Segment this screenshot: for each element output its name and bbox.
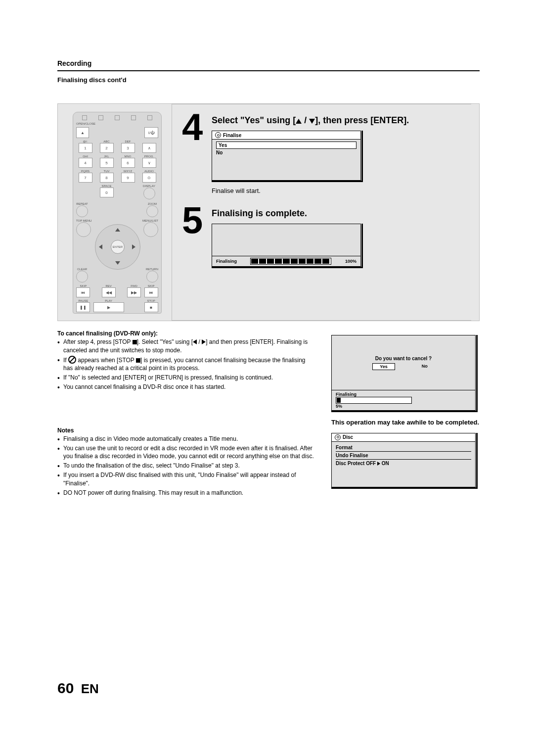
notes-title: Notes [57, 427, 316, 434]
key-3: 3 [121, 143, 135, 153]
disc-menu-osd: Disc Format Undo Finalise Disc Protect O… [331, 433, 476, 487]
remote-illustration: OPEN/CLOSE ▲ I/⏻ @/:1 ABC2 DEF3 ∧ GHI4 J… [73, 112, 162, 314]
d-pad: ENTER [95, 224, 139, 269]
list-item: If "No" is selected and [ENTER] or [RETU… [57, 374, 316, 382]
prohibit-icon [68, 356, 76, 364]
left-triangle-icon [193, 339, 197, 344]
key-0: 0 [100, 188, 114, 197]
osd-no: No [216, 150, 356, 155]
cancel-question: Do you want to cancel ? [375, 356, 432, 361]
step4-title: Select "Yes" using [ / ], then press [EN… [212, 115, 461, 126]
list-item: You cannot cancel finalising a DVD-R dis… [57, 383, 316, 391]
progress-bar [336, 397, 412, 404]
key-display [143, 188, 155, 199]
step-5: 5 Finalising is complete. Finalising [182, 204, 461, 268]
page-lang: EN [81, 681, 99, 696]
left-column: To cancel finalising (DVD-RW only): Afte… [57, 330, 316, 498]
notes-list: Finalising a disc in Video mode automati… [57, 435, 316, 497]
remote-keypad: @/:1 ABC2 DEF3 ∧ GHI4 JKL5 MNO6 PROG.∨ P… [76, 140, 158, 199]
stop-icon [136, 358, 140, 363]
transport-controls: SKIP⏮ REV◀◀ FWD▶▶ SKIP⏭ PAUSE❚❚ PLAY▶ ST… [76, 284, 158, 312]
section-heading: Recording [57, 59, 480, 67]
disc-menu-title: Disc [343, 434, 353, 440]
list-item: To undo the finalisation of the disc, se… [57, 462, 316, 470]
down-triangle-icon [309, 119, 315, 124]
stop-icon [133, 340, 137, 344]
key-skip-prev: ⏮ [76, 287, 90, 297]
cancel-no: No [415, 363, 435, 370]
cancel-osd: Do you want to cancel ? Yes No Finalisin… [331, 335, 476, 411]
progress-bar [250, 258, 331, 265]
key-topmenu [76, 222, 91, 237]
enter-button: ENTER [111, 240, 125, 254]
power-button: I/⏻ [144, 127, 158, 138]
open-close-label: OPEN/CLOSE [76, 122, 158, 125]
key-stop: ■ [144, 302, 158, 312]
osd-yes: Yes [216, 142, 356, 149]
step4-note: Finalise will start. [212, 187, 461, 194]
key-4: 4 [79, 158, 92, 168]
page-number: 60 [57, 680, 74, 696]
key-skip-next: ⏭ [144, 287, 158, 297]
disc-icon [215, 132, 221, 138]
key-9: 9 [121, 173, 135, 183]
key-7: 7 [79, 173, 92, 183]
eject-button: ▲ [76, 127, 89, 138]
cancel-title: To cancel finalising (DVD-RW only): [57, 330, 316, 337]
key-audio: ⊙ [142, 173, 156, 183]
key-pause: ❚❚ [76, 302, 90, 312]
disc-menu-protect: Disc Protect OFF ON [336, 460, 471, 467]
step-number: 5 [182, 204, 212, 268]
steps-column: 4 Select "Yes" using [ / ], then press [… [172, 104, 471, 321]
progress-label: Finalising [336, 392, 356, 397]
key-return [146, 271, 158, 283]
list-item: Finalising a disc in Video mode automati… [57, 435, 316, 443]
heading-rule [57, 70, 480, 71]
operation-note: This operation may take awhile to be com… [331, 418, 480, 427]
progress-label: Finalising [216, 259, 237, 264]
finalise-osd: Finalise Yes No [212, 131, 361, 181]
step5-title: Finalising is complete. [212, 208, 461, 219]
cancel-yes: Yes [372, 363, 395, 370]
key-1: 1 [79, 143, 92, 153]
cancel-list: After step 4, press [STOP ]. Select "Yes… [57, 338, 316, 391]
key-fwd: ▶▶ [127, 287, 141, 297]
key-2: 2 [100, 143, 114, 153]
list-item: If you insert a DVD-RW disc finalised wi… [57, 471, 316, 488]
key-ch-up: ∧ [142, 143, 156, 153]
key-zoom [146, 205, 158, 217]
key-6: 6 [121, 158, 135, 168]
list-item: DO NOT power off during finalising. This… [57, 489, 316, 497]
page-footer: 60 EN [57, 680, 99, 697]
list-item: After step 4, press [STOP ]. Select "Yes… [57, 338, 316, 355]
list-item: You can use the unit to record or edit a… [57, 444, 316, 461]
key-clear [76, 271, 88, 283]
key-menulist [143, 222, 158, 237]
up-triangle-icon [296, 119, 302, 124]
step-number: 4 [182, 111, 212, 194]
key-ch-down: ∨ [142, 158, 156, 168]
progress-pct: 100% [345, 259, 356, 264]
right-column: Do you want to cancel ? Yes No Finalisin… [331, 330, 480, 498]
instruction-panel: OPEN/CLOSE ▲ I/⏻ @/:1 ABC2 DEF3 ∧ GHI4 J… [57, 103, 480, 321]
list-item: If appears when [STOP ] is pressed, you … [57, 356, 316, 373]
disc-menu-format: Format [336, 444, 471, 452]
key-5: 5 [100, 158, 114, 168]
progress-pct: 5% [336, 404, 342, 409]
key-rev: ◀◀ [102, 287, 116, 297]
step-4: 4 Select "Yes" using [ / ], then press [… [182, 111, 461, 194]
key-repeat [76, 205, 88, 217]
disc-menu-undo: Undo Finalise [336, 452, 471, 460]
key-8: 8 [100, 173, 114, 183]
progress-osd: Finalising 100% [212, 224, 361, 267]
right-triangle-icon [202, 339, 206, 344]
osd-title: Finalise [223, 133, 241, 138]
key-play: ▶ [93, 302, 124, 312]
disc-icon [335, 434, 341, 440]
subsection-heading: Finalising discs cont'd [57, 76, 480, 84]
